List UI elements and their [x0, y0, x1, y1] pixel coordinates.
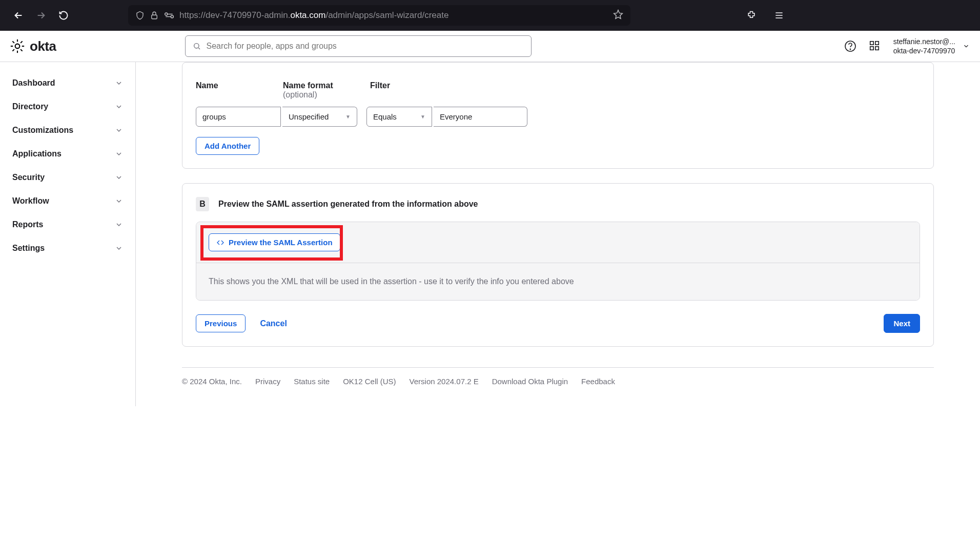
apps-grid-icon[interactable]: [869, 40, 881, 52]
sidebar-item-applications[interactable]: Applications: [0, 142, 135, 166]
footer-link-feedback[interactable]: Feedback: [581, 377, 615, 386]
attr-filter-select[interactable]: Equals▼: [366, 107, 432, 127]
sidebar-item-customizations[interactable]: Customizations: [0, 118, 135, 142]
footer-link-cell[interactable]: OK12 Cell (US): [343, 377, 396, 386]
svg-rect-15: [870, 42, 873, 45]
preview-panel: Preview the SAML Assertion This shows yo…: [196, 222, 920, 301]
app-header: okta steffanie.nestor@... okta-dev-74709…: [0, 31, 980, 62]
reload-button[interactable]: [54, 6, 73, 25]
next-button[interactable]: Next: [884, 314, 920, 333]
cancel-button[interactable]: Cancel: [260, 319, 287, 328]
attribute-row: groups Unspecified▼ Equals▼ Everyone: [196, 107, 920, 127]
footer-link-plugin[interactable]: Download Okta Plugin: [492, 377, 568, 386]
footer-link-privacy[interactable]: Privacy: [255, 377, 280, 386]
svg-point-3: [15, 44, 20, 49]
svg-rect-17: [870, 47, 873, 50]
dropdown-arrow-icon: ▼: [345, 114, 351, 120]
sidebar-item-security[interactable]: Security: [0, 166, 135, 189]
main-content: Name Name format(optional) Filter groups…: [136, 62, 980, 406]
add-another-button[interactable]: Add Another: [196, 137, 259, 155]
user-email: steffanie.nestor@...: [893, 37, 955, 46]
bookmark-star-icon[interactable]: [613, 9, 623, 22]
sidebar-item-settings[interactable]: Settings: [0, 236, 135, 260]
chevron-down-icon: [115, 150, 123, 158]
address-bar[interactable]: https://dev-74709970-admin.okta.com/admi…: [128, 5, 630, 26]
global-search[interactable]: [185, 35, 532, 57]
user-org: okta-dev-74709970: [893, 46, 955, 55]
column-header-filter: Filter: [370, 81, 457, 100]
svg-line-11: [21, 41, 23, 43]
sidebar-item-directory[interactable]: Directory: [0, 95, 135, 118]
permissions-icon: [164, 12, 174, 19]
column-header-format: Name format(optional): [283, 81, 370, 100]
sidebar-item-workflow[interactable]: Workflow: [0, 189, 135, 213]
svg-line-8: [12, 41, 14, 43]
forward-button[interactable]: [32, 6, 50, 25]
svg-rect-0: [152, 15, 157, 19]
chevron-down-icon: [963, 43, 970, 50]
svg-point-1: [165, 13, 168, 15]
sidebar-nav: Dashboard Directory Customizations Appli…: [0, 62, 136, 406]
help-icon[interactable]: [844, 40, 856, 52]
url-text: https://dev-74709970-admin.okta.com/admi…: [179, 10, 448, 21]
user-menu[interactable]: steffanie.nestor@... okta-dev-74709970: [893, 37, 970, 55]
previous-button[interactable]: Previous: [196, 314, 246, 332]
okta-sun-icon: [10, 39, 25, 53]
group-attribute-card: Name Name format(optional) Filter groups…: [182, 62, 934, 169]
okta-logo[interactable]: okta: [10, 38, 56, 54]
svg-line-10: [12, 49, 14, 51]
search-icon: [193, 42, 201, 50]
copyright: © 2024 Okta, Inc.: [182, 377, 242, 386]
dropdown-arrow-icon: ▼: [420, 114, 425, 120]
code-icon: [216, 239, 224, 247]
browser-toolbar: https://dev-74709970-admin.okta.com/admi…: [0, 0, 980, 31]
extensions-icon[interactable]: [742, 6, 761, 25]
svg-rect-16: [875, 42, 878, 45]
preview-saml-card: B Preview the SAML assertion generated f…: [182, 183, 934, 347]
chevron-down-icon: [115, 126, 123, 134]
svg-point-2: [171, 15, 173, 18]
svg-line-9: [21, 49, 23, 51]
sidebar-item-dashboard[interactable]: Dashboard: [0, 71, 135, 95]
attr-format-select[interactable]: Unspecified▼: [282, 107, 357, 127]
chevron-down-icon: [115, 221, 123, 229]
chevron-down-icon: [115, 79, 123, 87]
attr-name-input[interactable]: groups: [196, 107, 281, 127]
preview-saml-button[interactable]: Preview the SAML Assertion: [209, 233, 340, 251]
chevron-down-icon: [115, 173, 123, 182]
chevron-down-icon: [115, 244, 123, 252]
page-footer: © 2024 Okta, Inc. Privacy Status site OK…: [182, 367, 934, 386]
section-b-title: Preview the SAML assertion generated fro…: [218, 200, 478, 209]
preview-description: This shows you the XML that will be used…: [196, 263, 920, 300]
svg-rect-18: [875, 47, 878, 50]
attr-value-input[interactable]: Everyone: [434, 107, 527, 127]
svg-point-12: [194, 44, 199, 48]
footer-link-version[interactable]: Version 2024.07.2 E: [410, 377, 479, 386]
back-button[interactable]: [9, 6, 28, 25]
chevron-down-icon: [115, 197, 123, 205]
chevron-down-icon: [115, 103, 123, 111]
svg-point-14: [850, 49, 850, 49]
section-badge: B: [196, 197, 209, 211]
shield-icon: [135, 11, 145, 20]
footer-link-status[interactable]: Status site: [294, 377, 330, 386]
search-input[interactable]: [206, 42, 524, 51]
lock-icon: [150, 11, 159, 20]
sidebar-item-reports[interactable]: Reports: [0, 213, 135, 236]
column-header-name: Name: [196, 81, 283, 100]
okta-wordmark: okta: [30, 38, 56, 54]
hamburger-menu-icon[interactable]: [770, 6, 788, 25]
